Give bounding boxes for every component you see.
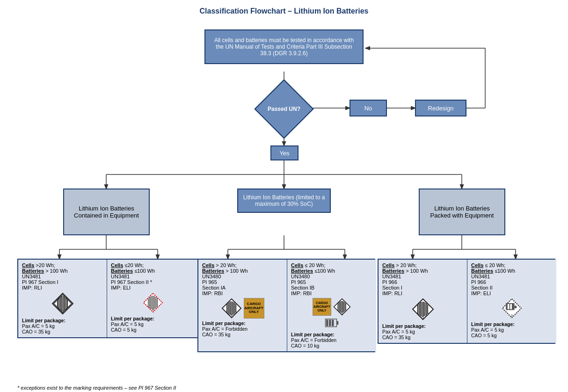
packed-box-content: Lithium Ion Batteries Packed with Equipm… — [419, 189, 505, 235]
page: Classification Flowchart – Lithium Ion B… — [0, 0, 568, 392]
page-title: Classification Flowchart – Lithium Ion B… — [5, 5, 563, 15]
diamond-shape: Passed UN? — [254, 79, 313, 138]
hazmat-icon-c4: 9 — [333, 298, 351, 316]
svg-rect-66 — [337, 321, 339, 325]
diamond-node: Passed UN? — [263, 88, 305, 130]
cargo-aircraft-icon-c4: CARGO AIRCRAFT ONLY — [313, 298, 331, 316]
yes-box: Yes — [270, 145, 299, 160]
start-box-content: All cells and batteries must be tested i… — [204, 29, 364, 64]
svg-rect-81 — [506, 303, 514, 310]
svg-rect-69 — [332, 320, 334, 327]
hazmat-icon-c6: 9 — [502, 298, 522, 319]
data-cell-c5: Cells > 20 Wh; Batteries > 100 Wh UN3481… — [379, 260, 467, 343]
flowchart: All cells and batteries must be tested i… — [13, 20, 555, 392]
data-cell-c4: Cells ≤ 20 Wh; Batteries ≤100 Wh UN3480 … — [287, 260, 376, 351]
diamond-label: Passed UN? — [268, 106, 300, 112]
svg-rect-68 — [329, 320, 331, 327]
data-group-contained: Cells >20 Wh; Batteries > 100 Wh UN3481 … — [17, 259, 197, 338]
svg-rect-82 — [515, 306, 517, 309]
svg-text:9: 9 — [231, 314, 233, 317]
svg-rect-83 — [508, 304, 510, 309]
hazmat-icon-c1: 9 — [51, 292, 74, 315]
svg-text:9: 9 — [152, 308, 154, 312]
svg-text:9: 9 — [341, 312, 342, 315]
svg-text:9: 9 — [511, 314, 513, 317]
data-group-packed: Cells > 20 Wh; Batteries > 100 Wh UN3481… — [378, 259, 555, 344]
svg-rect-84 — [510, 304, 512, 309]
limited-box: Lithium Ion Batteries (limited to a maxi… — [237, 189, 331, 213]
data-cell-c2: Cells ≤20 Wh; Batteries ≤100 Wh UN3481 P… — [107, 260, 198, 337]
cargo-aircraft-icon: CARGO AIRCRAFT ONLY — [244, 298, 264, 319]
hazmat-icon-c5: 9 — [412, 298, 434, 320]
svg-text:9: 9 — [422, 316, 424, 319]
data-cell-c1: Cells >20 Wh; Batteries > 100 Wh UN3481 … — [18, 260, 107, 337]
hazmat-icon-c3: 9 — [221, 298, 242, 319]
no-box-content: No — [350, 100, 387, 116]
data-cell-c3: Cells > 20 Wh; Batteries > 100 Wh UN3480… — [198, 260, 287, 351]
battery-icon-c4 — [325, 317, 339, 330]
yes-box-content: Yes — [270, 145, 299, 160]
start-box: All cells and batteries must be tested i… — [204, 29, 364, 64]
contained-box-content: Lithium Ion Batteries Contained in Equip… — [63, 189, 150, 235]
packed-box: Lithium Ion Batteries Packed with Equipm… — [419, 189, 505, 235]
footnote: * exceptions exist to the marking requir… — [17, 385, 204, 391]
contained-box: Lithium Ion Batteries Contained in Equip… — [63, 189, 150, 235]
data-group-limited: Cells > 20 Wh; Batteries > 100 Wh UN3480… — [197, 259, 375, 352]
no-box: No — [350, 100, 387, 116]
svg-text:9: 9 — [62, 310, 64, 313]
hazmat-icon-c2: 9 — [143, 292, 163, 313]
limited-box-content: Lithium Ion Batteries (limited to a maxi… — [237, 189, 331, 213]
data-cell-c6: Cells ≤ 20 Wh; Batteries ≤100 Wh UN3481 … — [467, 260, 556, 343]
redesign-box-content: Redesign — [415, 100, 466, 116]
svg-rect-67 — [326, 320, 328, 327]
redesign-box: Redesign — [415, 100, 466, 116]
